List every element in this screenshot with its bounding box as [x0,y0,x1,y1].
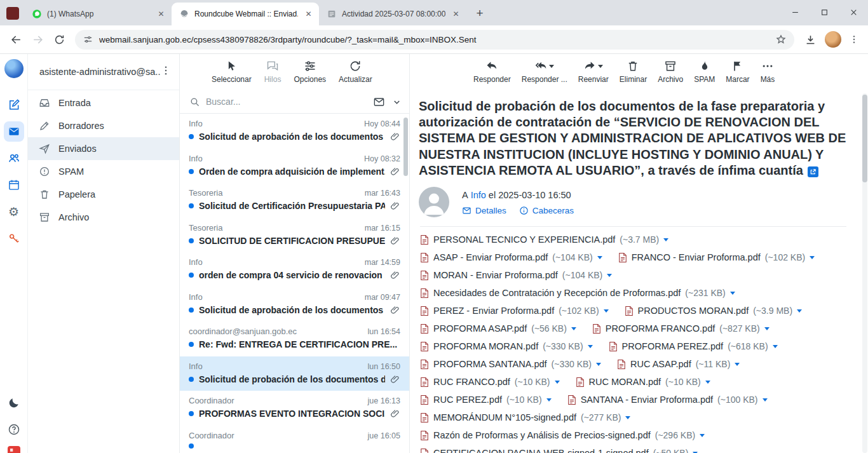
folder-item[interactable]: SPAM [28,160,179,183]
message-row[interactable]: Tesoreria mar 16:15 SOLICITUD DE CERTIFI… [180,218,409,253]
attachment[interactable]: PROFORMA FRANCO.pdf (~827 KB) [592,323,770,335]
tab-close-icon[interactable]: ✕ [156,9,166,20]
close-window-icon[interactable] [839,0,868,24]
toolbar-button[interactable]: Más [761,60,775,84]
attachment-name[interactable]: PERSONAL TECNICO Y EXPERIENCIA.pdf [433,234,615,245]
search-input[interactable] [206,97,367,107]
toolbar-button[interactable]: SPAM [694,60,715,84]
attachment-name[interactable]: RUC ASAP.pdf [630,359,691,369]
attachment[interactable]: PRODUCTOS MORAN.pdf (~3.9 MB) [625,305,802,317]
attachment-menu-caret-icon[interactable] [797,309,802,315]
attachment-name[interactable]: RUC MORAN.pdf [589,377,661,387]
new-tab-button[interactable]: + [471,5,488,22]
attachment-name[interactable]: CERTIFICACION PAGINA WEB-signed-1-signed… [433,448,649,453]
attachment-menu-caret-icon[interactable] [555,381,560,386]
message-row[interactable]: Info mar 09:47 Solicitud de aprobación d… [180,287,409,322]
list-scrollbar-thumb[interactable] [403,118,408,176]
attachment-name[interactable]: RUC PEREZ.pdf [433,395,502,405]
bookmark-star-icon[interactable] [775,34,787,45]
attachment[interactable]: RUC MORAN.pdf (~10 KB) [576,376,710,388]
attachment-name[interactable]: Razón de Proformas y Análisis de Precios… [433,430,651,440]
attachment[interactable]: CERTIFICACION PAGINA WEB-signed-1-signed… [420,447,698,453]
folder-item[interactable]: Borradores [28,114,179,137]
account-menu-icon[interactable] [160,65,174,79]
attachment-menu-caret-icon[interactable] [604,309,609,315]
attachment-name[interactable]: FRANCO - Enviar Proforma.pdf [632,252,761,262]
browser-tab[interactable]: Roundcube Webmail :: Enviad... ✕ [172,3,319,25]
settings-gear-icon[interactable]: ⚙ [4,201,24,222]
minimize-icon[interactable] [780,0,810,24]
attachment-name[interactable]: PEREZ - Enviar Proforma.pdf [433,306,554,316]
open-in-new-window-icon[interactable] [808,166,818,177]
attachment-menu-caret-icon[interactable] [773,345,778,351]
attachment-menu-caret-icon[interactable] [763,398,768,404]
attachment-name[interactable]: ASAP - Enviar Proforma.pdf [433,252,548,262]
attachment[interactable]: ASAP - Enviar Proforma.pdf (~104 KB) [420,252,602,264]
search-options-chevron-icon[interactable] [392,97,402,107]
attachment[interactable]: MEMORÁNDUM N°105-signed.pdf (~277 KB) [420,412,630,424]
attachment-name[interactable]: PRODUCTOS MORAN.pdf [638,306,749,316]
toolbar-button[interactable]: Marcar [726,60,749,84]
profile-avatar[interactable] [825,31,841,48]
folder-item[interactable]: Entrada [28,91,179,114]
attachment-name[interactable]: PROFORMA FRANCO.pdf [606,323,715,334]
downloads-icon[interactable] [801,30,820,49]
dark-mode-moon-icon[interactable] [4,393,24,413]
attachment[interactable]: Razón de Proformas y Análisis de Precios… [420,429,705,442]
attachment[interactable]: PROFORMA MORAN.pdf (~330 KB) [420,341,593,353]
toolbar-button[interactable]: Actualizar [339,60,372,84]
attachment[interactable]: PROFORMA SANTANA.pdf (~330 KB) [420,358,601,370]
attachment-menu-caret-icon[interactable] [571,327,576,333]
attachment-name[interactable]: PROFORMA SANTANA.pdf [433,359,547,369]
tab-close-icon[interactable]: ✕ [451,9,461,20]
toolbar-button[interactable]: Opciones [294,60,326,84]
message-row[interactable]: Info Hoy 08:32 Orden de compra adquisici… [180,149,409,184]
folder-item[interactable]: Enviados [28,137,179,160]
attachment[interactable]: PERSONAL TECNICO Y EXPERIENCIA.pdf (~3.7… [420,234,668,246]
message-row[interactable]: coordinador@sanjuan.gob.ec lun 16:54 Re:… [180,321,409,356]
attachment-menu-caret-icon[interactable] [588,345,593,351]
address-bar[interactable]: webmail.sanjuan.gob.ec/cpsess4380978826/… [75,30,794,50]
message-row[interactable]: Info mar 14:59 orden de compra 04 servic… [180,252,409,287]
password-key-icon[interactable] [4,228,24,248]
toolbar-button[interactable]: Archivo [658,60,683,84]
attachment-name[interactable]: Necesidades de Contratación y Recepción … [433,288,681,298]
toolbar-button[interactable]: Hilos [264,60,281,84]
attachment-name[interactable]: PROFORMA PEREZ.pdf [622,341,724,351]
contacts-icon[interactable] [4,148,24,168]
details-link[interactable]: Detalles [462,206,506,215]
folder-item[interactable]: Papelera [28,183,179,206]
attachment-menu-caret-icon[interactable] [546,398,552,404]
attachment-name[interactable]: MORAN - Enviar Proforma.pdf [433,270,558,280]
toolbar-button[interactable]: Reenviar [578,60,609,84]
site-settings-icon[interactable] [83,34,93,45]
attachment-name[interactable]: PROFORMA MORAN.pdf [433,341,538,351]
message-row[interactable]: Coordinador jue 16:05 [180,426,409,453]
message-row[interactable]: Tesoreria mar 16:43 Solicitud de Certifi… [180,183,409,218]
attachment[interactable]: PEREZ - Enviar Proforma.pdf (~102 KB) [420,305,609,317]
attachment-menu-caret-icon[interactable] [597,256,602,262]
attachment[interactable]: Necesidades de Contratación y Recepción … [420,287,735,299]
attachment[interactable]: RUC FRANCO.pdf (~10 KB) [420,376,560,388]
toolbar-button[interactable]: Seleccionar [212,60,252,84]
attachment-menu-caret-icon[interactable] [764,327,770,333]
view-scrollbar-thumb[interactable] [862,95,867,182]
message-row[interactable]: Coordinador jue 16:13 PROFORMAS EVENTO I… [180,391,409,426]
mail-icon[interactable] [4,121,24,142]
attachment-menu-caret-icon[interactable] [607,274,612,280]
message-row[interactable]: Info Hoy 08:44 Solicitud de aprobación d… [180,114,409,149]
attachment[interactable]: MORAN - Enviar Proforma.pdf (~104 KB) [420,269,612,281]
attachment-name[interactable]: RUC FRANCO.pdf [433,377,510,387]
maximize-icon[interactable] [810,0,839,24]
browser-tab[interactable]: (1) WhatsApp ✕ [24,3,172,25]
attachment[interactable]: PROFORMA PEREZ.pdf (~618 KB) [609,341,778,353]
browser-tab[interactable]: Actividad 2025-03-07 08:00:00... ✕ [319,3,466,25]
attachment-menu-caret-icon[interactable] [705,381,710,386]
browser-menu-icon[interactable] [846,32,862,47]
attachment-name[interactable]: SANTANA - Enviar Proforma.pdf [581,395,713,405]
tab-close-icon[interactable]: ✕ [303,9,314,20]
attachment-name[interactable]: MEMORÁNDUM N°105-signed.pdf [433,412,576,423]
attachment[interactable]: FRANCO - Enviar Proforma.pdf (~102 KB) [618,252,815,264]
calendar-icon[interactable] [4,175,24,195]
attachment-name[interactable]: PROFORMA ASAP.pdf [433,323,527,334]
